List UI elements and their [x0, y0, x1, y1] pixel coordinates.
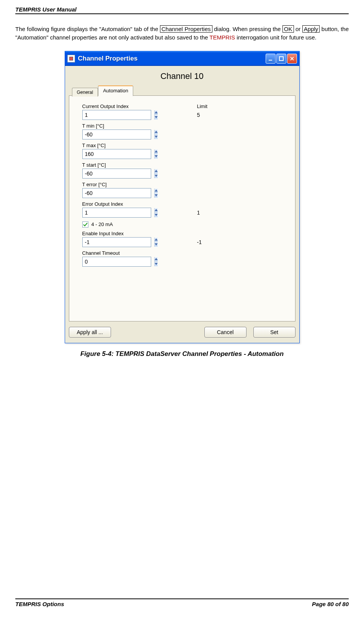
maximize-button[interactable]	[276, 54, 286, 64]
minimize-button[interactable]	[266, 54, 276, 64]
page-header: TEMPRIS User Manual	[15, 6, 349, 14]
figure-caption: Figure 5-4: TEMPRIS DataServer Channel P…	[15, 350, 349, 358]
label-limit: Limit	[197, 103, 207, 109]
intro-text: dialog. When pressing the	[214, 26, 282, 32]
label-channel-timeout: Channel Timeout	[82, 250, 284, 256]
input-error-output-index[interactable]	[83, 208, 154, 217]
spinner-terror[interactable]	[82, 188, 151, 198]
label-tmax: T max [°C]	[82, 143, 284, 148]
spinner-up-icon[interactable]	[155, 149, 158, 154]
spinner-current-output-index[interactable]	[82, 110, 151, 120]
spinner-down-icon[interactable]	[155, 115, 158, 120]
spinner-error-output-index[interactable]	[82, 208, 151, 218]
label-terror: T error [°C]	[82, 182, 284, 187]
checkbox-4-20ma[interactable]	[82, 221, 88, 228]
input-current-output-index[interactable]	[83, 110, 154, 120]
input-tmin[interactable]	[83, 130, 154, 139]
label-error-output-index: Error Output Index	[82, 201, 284, 207]
tab-automation[interactable]: Automation	[98, 85, 133, 96]
window-titlebar[interactable]: Channel Properties	[65, 51, 299, 66]
limit-value-coi: 5	[197, 112, 200, 118]
tab-general[interactable]: General	[72, 88, 98, 97]
close-button[interactable]	[287, 54, 297, 64]
spinner-down-icon[interactable]	[155, 154, 158, 159]
boxed-apply: Apply	[302, 25, 320, 33]
cancel-button[interactable]: Cancel	[204, 327, 246, 338]
label-tstart: T start [°C]	[82, 162, 284, 168]
label-current-output-index: Current Output Index	[82, 103, 197, 109]
spinner-up-icon[interactable]	[155, 208, 158, 213]
channel-properties-window: Channel Properties Channel 10 Gener	[65, 51, 300, 343]
brand-tempris: TEMPRIS	[209, 34, 235, 41]
intro-text: or	[295, 26, 302, 32]
spinner-tmax[interactable]	[82, 149, 151, 159]
input-channel-timeout[interactable]	[83, 257, 154, 266]
spinner-down-icon[interactable]	[155, 134, 158, 139]
app-icon	[67, 55, 75, 62]
intro-text: The following figure displays the "Autom…	[15, 26, 160, 32]
tab-panel-automation: Current Output Index Limit 5	[69, 95, 295, 321]
window-title: Channel Properties	[78, 55, 266, 62]
intro-paragraph: The following figure displays the "Autom…	[15, 25, 349, 42]
spinner-channel-timeout[interactable]	[82, 257, 151, 267]
input-tstart[interactable]	[83, 169, 154, 178]
label-enable-input-index: Enable Input Index	[82, 231, 284, 236]
label-tmin: T min [°C]	[82, 123, 284, 129]
spinner-down-icon[interactable]	[155, 174, 158, 178]
input-enable-input-index[interactable]	[83, 238, 154, 247]
input-tmax[interactable]	[83, 149, 154, 159]
input-terror[interactable]	[83, 189, 154, 198]
spinner-down-icon[interactable]	[155, 193, 158, 198]
spinner-down-icon[interactable]	[155, 262, 158, 266]
spinner-enable-input-index[interactable]	[82, 237, 151, 247]
spinner-up-icon[interactable]	[155, 257, 158, 262]
spinner-up-icon[interactable]	[155, 169, 158, 174]
spinner-down-icon[interactable]	[155, 242, 158, 247]
spinner-up-icon[interactable]	[155, 189, 158, 193]
spinner-down-icon[interactable]	[155, 213, 158, 217]
spinner-up-icon[interactable]	[155, 110, 158, 115]
footer-left: TEMPRIS Options	[15, 601, 64, 607]
intro-text: interrogation unit for future use.	[237, 34, 316, 41]
spinner-tmin[interactable]	[82, 130, 151, 139]
set-button[interactable]: Set	[253, 327, 295, 338]
spinner-up-icon[interactable]	[155, 130, 158, 135]
footer-right: Page 80 of 80	[312, 601, 349, 607]
spinner-up-icon[interactable]	[155, 238, 158, 243]
svg-rect-1	[279, 57, 283, 61]
boxed-ok: OK	[282, 25, 294, 33]
boxed-channel-properties: Channel Properties	[160, 25, 212, 33]
apply-all-button[interactable]: Apply all ...	[69, 327, 111, 338]
label-4-20ma: 4 - 20 mA	[91, 221, 113, 227]
channel-heading: Channel 10	[69, 71, 295, 81]
spinner-tstart[interactable]	[82, 169, 151, 179]
svg-rect-0	[269, 60, 272, 61]
limit-value-eii: -1	[197, 239, 202, 245]
limit-value-eoi: 1	[197, 210, 200, 216]
